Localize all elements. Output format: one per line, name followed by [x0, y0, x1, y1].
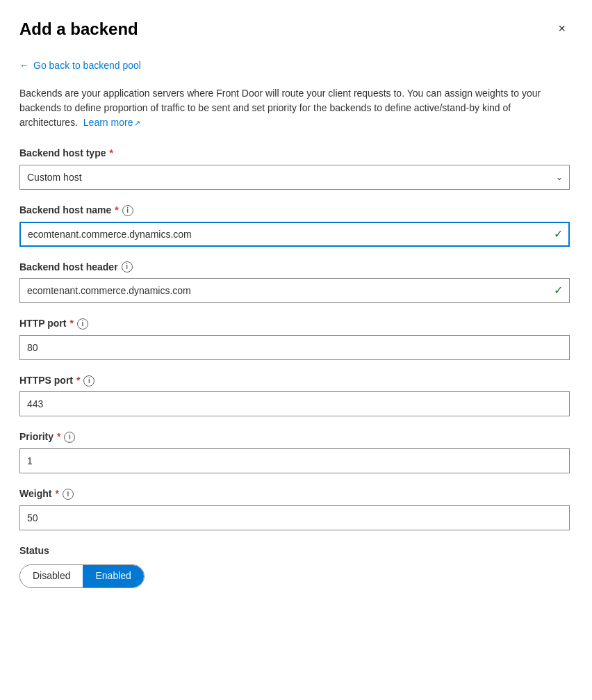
required-star-2: *	[115, 204, 118, 218]
required-star: *	[109, 147, 113, 161]
weight-group: Weight * i	[19, 487, 570, 530]
back-arrow-icon: ←	[19, 59, 29, 73]
http-port-group: HTTP port * i	[19, 317, 570, 360]
panel-title: Add a backend	[19, 19, 138, 40]
https-port-label: HTTPS port * i	[19, 374, 570, 388]
backend-host-name-label: Backend host name * i	[19, 204, 570, 218]
back-to-pool-link[interactable]: ← Go back to backend pool	[19, 59, 141, 73]
backend-host-name-input-wrapper: ✓	[19, 222, 570, 247]
close-button[interactable]: ×	[554, 19, 570, 38]
add-backend-panel: Add a backend × ← Go back to backend poo…	[0, 0, 592, 700]
backend-host-header-info-icon[interactable]: i	[122, 261, 133, 272]
status-section: Status Disabled Enabled	[19, 544, 570, 589]
priority-group: Priority * i	[19, 430, 570, 473]
required-star-3: *	[69, 317, 73, 331]
backend-host-type-label: Backend host type *	[19, 147, 570, 161]
required-star-4: *	[76, 374, 80, 388]
status-disabled-option[interactable]: Disabled	[20, 565, 83, 587]
panel-header: Add a backend ×	[19, 19, 570, 40]
status-label: Status	[19, 544, 570, 558]
https-port-info-icon[interactable]: i	[83, 375, 94, 386]
valid-check-icon: ✓	[554, 226, 563, 241]
weight-label: Weight * i	[19, 487, 570, 501]
status-enabled-option[interactable]: Enabled	[83, 565, 143, 587]
priority-info-icon[interactable]: i	[64, 432, 75, 443]
backend-host-name-info-icon[interactable]: i	[122, 205, 133, 216]
http-port-label: HTTP port * i	[19, 317, 570, 331]
required-star-6: *	[55, 487, 58, 501]
learn-more-link[interactable]: Learn more↗	[83, 117, 141, 128]
https-port-group: HTTPS port * i	[19, 374, 570, 417]
backend-host-type-select[interactable]: Custom host App service Cloud service St…	[19, 165, 570, 190]
back-link-label: Go back to backend pool	[33, 59, 141, 73]
status-toggle-group[interactable]: Disabled Enabled	[19, 564, 145, 588]
backend-host-header-label: Backend host header i	[19, 261, 570, 275]
external-link-icon: ↗	[134, 119, 140, 127]
backend-host-header-input[interactable]	[19, 278, 570, 303]
weight-info-icon[interactable]: i	[63, 489, 74, 500]
weight-input[interactable]	[19, 505, 570, 530]
priority-label: Priority * i	[19, 430, 570, 444]
https-port-input[interactable]	[19, 391, 570, 416]
backend-host-name-input[interactable]	[19, 222, 570, 247]
priority-input[interactable]	[19, 448, 570, 473]
http-port-input[interactable]	[19, 335, 570, 360]
backend-host-type-select-wrapper: Custom host App service Cloud service St…	[19, 165, 570, 190]
backend-host-header-group: Backend host header i ✓	[19, 261, 570, 304]
backend-host-header-input-wrapper: ✓	[19, 278, 570, 303]
backend-host-name-group: Backend host name * i ✓	[19, 204, 570, 247]
required-star-5: *	[57, 430, 60, 444]
description-text: Backends are your application servers wh…	[19, 86, 570, 130]
http-port-info-icon[interactable]: i	[77, 318, 88, 329]
header-valid-check-icon: ✓	[554, 283, 563, 298]
backend-host-type-group: Backend host type * Custom host App serv…	[19, 147, 570, 190]
